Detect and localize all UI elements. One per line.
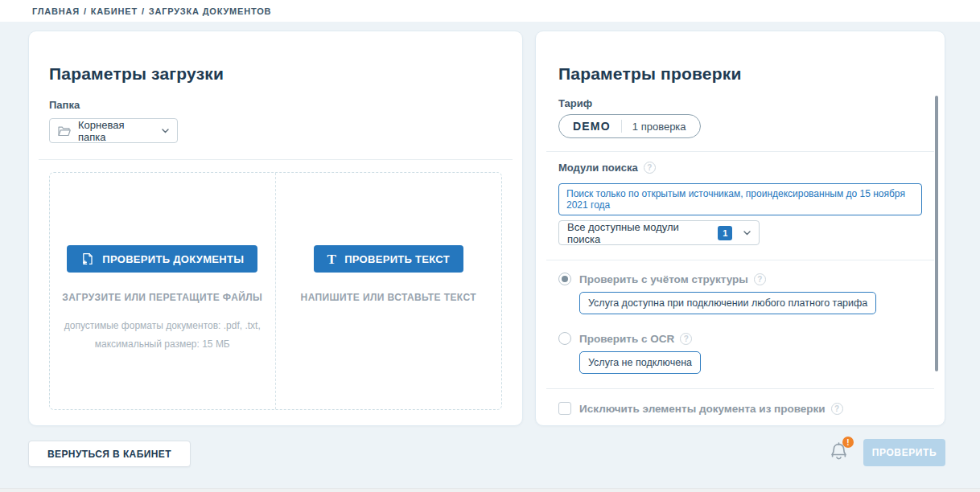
help-icon[interactable]: ? — [644, 162, 656, 174]
search-modules-label-text: Модули поиска — [558, 162, 638, 174]
breadcrumb-cabinet[interactable]: КАБИНЕТ — [91, 6, 138, 16]
ocr-check-option[interactable]: Проверить с OCR ? — [558, 332, 922, 345]
check-documents-button[interactable]: ПРОВЕРИТЬ ДОКУМЕНТЫ — [67, 245, 257, 273]
check-submit-button[interactable]: ПРОВЕРИТЬ — [863, 439, 945, 466]
check-text-button[interactable]: T ПРОВЕРИТЬ ТЕКСТ — [314, 245, 463, 273]
upload-panel-title: Параметры загрузки — [49, 64, 502, 84]
search-modules-note: Поиск только по открытым источникам, про… — [558, 183, 922, 215]
breadcrumb: ГЛАВНАЯ/КАБИНЕТ/ЗАГРУЗКА ДОКУМЕНТОВ — [32, 6, 271, 16]
checkbox-unchecked-icon[interactable] — [558, 402, 571, 415]
documents-drop-area[interactable]: ПРОВЕРИТЬ ДОКУМЕНТЫ ЗАГРУЗИТЕ ИЛИ ПЕРЕТА… — [50, 173, 276, 409]
exclude-elements-label: Исключить элементы документа из проверки — [579, 403, 826, 415]
exclude-elements-option[interactable]: Исключить элементы документа из проверки… — [558, 402, 922, 415]
notifications-bell[interactable]: ! — [828, 440, 852, 464]
chevron-down-icon — [162, 129, 169, 133]
folder-label: Папка — [49, 99, 502, 111]
folder-select[interactable]: Корневая папка — [49, 118, 178, 143]
divider — [546, 260, 934, 260]
divider — [546, 388, 934, 389]
breadcrumb-home[interactable]: ГЛАВНАЯ — [32, 6, 80, 16]
top-bar: ГЛАВНАЯ/КАБИНЕТ/ЗАГРУЗКА ДОКУМЕНТОВ — [0, 0, 980, 22]
text-input-hint: НАПИШИТЕ ИЛИ ВСТАВЬТЕ ТЕКСТ — [301, 292, 476, 303]
search-modules-select-value: Все доступные модули поиска — [567, 221, 711, 245]
structure-check-label: Проверить с учётом структуры — [579, 273, 748, 285]
check-parameters-panel: Параметры проверки Тариф DEMO 1 проверка… — [535, 31, 945, 426]
divider — [39, 159, 513, 160]
selected-modules-count-badge: 1 — [718, 226, 732, 240]
check-panel-title: Параметры проверки — [558, 64, 922, 84]
breadcrumb-separator: / — [142, 6, 145, 16]
tariff-divider — [621, 120, 622, 133]
tariff-name: DEMO — [573, 120, 611, 133]
structure-check-note: Услуга доступна при подключении любого п… — [579, 292, 876, 314]
folder-open-icon — [58, 125, 71, 137]
upload-dropzone[interactable]: ПРОВЕРИТЬ ДОКУМЕНТЫ ЗАГРУЗИТЕ ИЛИ ПЕРЕТА… — [49, 172, 502, 410]
search-modules-label: Модули поиска ? — [558, 162, 656, 174]
tariff-checks-left: 1 проверка — [632, 121, 686, 133]
ocr-check-label: Проверить с OCR — [579, 333, 674, 345]
radio-dot — [562, 276, 568, 282]
help-icon[interactable]: ? — [831, 403, 843, 415]
structure-check-option[interactable]: Проверить с учётом структуры ? — [558, 273, 922, 285]
search-modules-select[interactable]: Все доступные модули поиска 1 — [558, 220, 760, 245]
documents-formats-note: допустимые форматы документов: .pdf, .tx… — [61, 317, 264, 354]
back-to-cabinet-button[interactable]: ВЕРНУТЬСЯ В КАБИНЕТ — [28, 441, 191, 467]
chevron-down-icon — [743, 231, 751, 236]
breadcrumb-current: ЗАГРУЗКА ДОКУМЕНТОВ — [149, 6, 272, 16]
radio-selected-icon[interactable] — [558, 273, 571, 285]
help-icon[interactable]: ? — [680, 333, 692, 345]
ocr-check-note: Услуга не подключена — [579, 351, 701, 374]
upload-parameters-panel: Параметры загрузки Папка Корневая папка — [28, 31, 523, 426]
panel-scrollbar[interactable] — [935, 96, 938, 371]
tariff-label: Тариф — [558, 97, 922, 109]
text-icon: T — [327, 252, 337, 266]
breadcrumb-separator: / — [84, 6, 87, 16]
documents-drop-hint: ЗАГРУЗИТЕ ИЛИ ПЕРЕТАЩИТЕ ФАЙЛЫ — [62, 292, 262, 303]
help-icon[interactable]: ? — [754, 273, 766, 285]
document-add-icon — [80, 252, 94, 266]
radio-unselected-icon[interactable] — [558, 332, 571, 345]
folder-select-value: Корневая папка — [78, 119, 154, 143]
check-documents-label: ПРОВЕРИТЬ ДОКУМЕНТЫ — [102, 253, 244, 265]
tariff-badge: DEMO 1 проверка — [558, 114, 701, 138]
notification-count-badge[interactable]: ! — [842, 437, 854, 448]
bottom-edge-strip — [0, 488, 980, 492]
text-input-area[interactable]: T ПРОВЕРИТЬ ТЕКСТ НАПИШИТЕ ИЛИ ВСТАВЬТЕ … — [276, 173, 502, 409]
check-text-label: ПРОВЕРИТЬ ТЕКСТ — [344, 253, 450, 265]
